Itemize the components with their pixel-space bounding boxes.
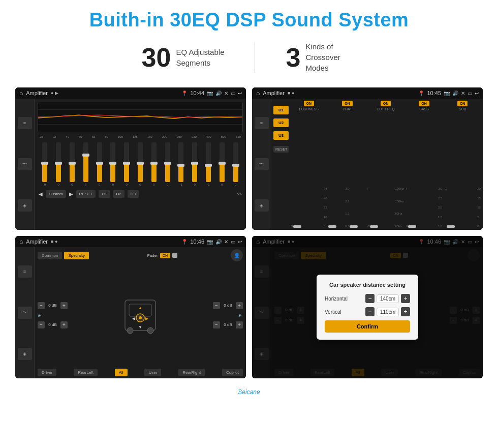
- stat-eq-desc: EQ AdjustableSegments: [176, 47, 224, 68]
- eq-labels: 25 32 40 50 63 80 100 125 160 200 250 32…: [38, 135, 243, 138]
- record-dot-2: ■ ●: [288, 91, 294, 96]
- distance-dialog: Car speaker distance setting Horizontal …: [317, 275, 418, 340]
- ch-phat-label: PHAT: [343, 107, 352, 111]
- stat-crossover-desc: Kinds ofCrossover Modes: [305, 41, 356, 73]
- speaker-left-col: − 0 dB + 🔈 − 0 dB +: [38, 302, 68, 328]
- status-icons-1: 📍 10:44 📷 🔊 ✕ ▭ ↩: [181, 90, 242, 96]
- eq-slider-10[interactable]: -1: [175, 142, 188, 186]
- db-minus-fl[interactable]: −: [38, 302, 45, 309]
- eq-slider-6[interactable]: 0: [120, 142, 133, 186]
- tab-common-3[interactable]: Common: [38, 252, 62, 259]
- eq-u3-btn[interactable]: U3: [128, 190, 139, 198]
- eq-reset-btn[interactable]: RESET: [76, 190, 96, 198]
- vertical-minus-btn[interactable]: −: [365, 307, 375, 316]
- pos-rearLeft-btn[interactable]: RearLeft: [74, 369, 98, 376]
- eq-slider-2[interactable]: 0: [66, 142, 79, 186]
- sidebar-btn-wave-2[interactable]: 〜: [255, 158, 269, 170]
- eq-prev-btn[interactable]: ◀: [39, 191, 43, 197]
- sidebar-btn-wave[interactable]: 〜: [18, 158, 32, 170]
- horizontal-minus-btn[interactable]: −: [365, 294, 375, 303]
- pos-user-btn[interactable]: User: [144, 369, 161, 376]
- status-bar-2: ⌂ Amplifier ■ ● 📍 10:45 📷 🔊 ✕ ▭ ↩: [252, 87, 483, 99]
- ch-bass-on[interactable]: ON: [419, 101, 429, 106]
- sidebar-btn-eq-3[interactable]: ≡: [18, 265, 32, 278]
- sidebar-1: ≡ 〜 ◈: [15, 99, 35, 230]
- pos-copilot-btn[interactable]: Copilot: [222, 369, 243, 376]
- sidebar-btn-speaker-3[interactable]: ◈: [18, 348, 32, 360]
- horizontal-plus-btn[interactable]: +: [401, 294, 410, 303]
- eq-custom-btn[interactable]: Custom: [46, 190, 66, 198]
- eq-slider-14[interactable]: 0: [229, 142, 242, 186]
- tab-specialty-3[interactable]: Specialty: [64, 252, 88, 259]
- svg-point-6: [127, 327, 133, 334]
- eq-u1-btn[interactable]: U1: [99, 190, 110, 198]
- db-minus-rl[interactable]: −: [38, 321, 45, 328]
- db-plus-fr[interactable]: +: [236, 302, 243, 309]
- pos-rearRight-btn[interactable]: RearRight: [178, 369, 205, 376]
- confirm-button[interactable]: Confirm: [325, 320, 410, 333]
- ch-sub-on[interactable]: ON: [457, 101, 468, 106]
- volume-icon-2: 🔊: [452, 91, 458, 96]
- db-minus-rr[interactable]: −: [213, 321, 220, 328]
- vertical-label: Vertical: [325, 309, 353, 315]
- db-control-fr: − 0 dB +: [213, 302, 243, 309]
- brand-mark: Seicane: [0, 389, 498, 401]
- sidebar-btn-eq[interactable]: ≡: [18, 117, 32, 129]
- eq-slider-9[interactable]: 0: [161, 142, 174, 186]
- vertical-control: − 110cm +: [365, 307, 410, 316]
- db-plus-fl[interactable]: +: [60, 302, 68, 309]
- ch-phat-on[interactable]: ON: [342, 101, 353, 106]
- svg-text:◀: ◀: [132, 316, 136, 321]
- stat-crossover-number: 3: [286, 42, 300, 73]
- x-icon-2: ✕: [461, 91, 465, 96]
- sidebar-btn-eq-2[interactable]: ≡: [255, 117, 269, 129]
- sidebar-btn-speaker[interactable]: ◈: [18, 199, 32, 212]
- home-icon-1: ⌂: [19, 89, 23, 97]
- u3-btn[interactable]: U3: [273, 131, 289, 140]
- fader-thumb[interactable]: [172, 253, 177, 258]
- eq-slider-11[interactable]: 0: [189, 142, 201, 186]
- app-name-3: Amplifier: [26, 238, 48, 245]
- eq-slider-3[interactable]: 5: [79, 142, 92, 186]
- crossover-reset-btn[interactable]: RESET: [273, 146, 289, 153]
- eq-slider-4[interactable]: 0: [93, 142, 106, 186]
- pos-driver-btn[interactable]: Driver: [38, 369, 56, 376]
- u2-btn[interactable]: U2: [273, 118, 289, 127]
- ch-loudness-on[interactable]: ON: [304, 101, 315, 106]
- speaker-icon-fl: 🔈: [38, 313, 42, 317]
- eq-slider-1[interactable]: 0: [52, 142, 65, 186]
- pos-all-btn[interactable]: All: [115, 369, 128, 376]
- rect-icon-2: ▭: [468, 91, 472, 96]
- u1-btn[interactable]: U1: [273, 106, 289, 114]
- db-plus-rl[interactable]: +: [60, 321, 68, 328]
- eq-slider-8[interactable]: 0: [147, 142, 160, 186]
- eq-slider-7[interactable]: 0: [134, 142, 147, 186]
- fader-label: Fader: [147, 253, 158, 258]
- fader-on-btn[interactable]: ON: [160, 253, 171, 258]
- ch-loudness-label: LOUDNESS: [299, 107, 319, 111]
- svg-text:▶: ▶: [145, 316, 149, 321]
- svg-text:▼: ▼: [138, 325, 142, 330]
- eq-slider-12[interactable]: -1: [202, 142, 215, 186]
- ch-cutfreq-on[interactable]: ON: [381, 101, 391, 106]
- sidebar-btn-speaker-2[interactable]: ◈: [255, 199, 269, 212]
- sidebar-btn-wave-3[interactable]: 〜: [18, 307, 32, 319]
- sidebar-3: ≡ 〜 ◈: [15, 247, 35, 378]
- db-plus-rr[interactable]: +: [236, 321, 243, 328]
- ch-sub: ON SUB G 20151050: [444, 101, 481, 228]
- eq-next-btn[interactable]: ▶: [69, 191, 73, 197]
- db-control-rr: − 0 dB +: [213, 321, 243, 328]
- vertical-plus-btn[interactable]: +: [401, 307, 410, 316]
- eq-expand-btn[interactable]: >>: [236, 192, 242, 197]
- eq-main: 25 32 40 50 63 80 100 125 160 200 250 32…: [35, 99, 246, 230]
- screen-distance: ⌂ Amplifier ■ ● 📍 10:46 📷 🔊 ✕ ▭ ↩ ≡ 〜 ◈: [252, 236, 483, 378]
- eq-slider-5[interactable]: 0: [107, 142, 119, 186]
- speaker-main: Common Specialty Fader ON 👤: [35, 247, 246, 378]
- db-minus-fr[interactable]: −: [213, 302, 220, 309]
- vertical-value: 110cm: [377, 308, 399, 316]
- car-graphic: ▲ ▼ ◀ ▶: [120, 290, 161, 341]
- eq-slider-13[interactable]: 0: [215, 142, 228, 186]
- eq-u2-btn[interactable]: U2: [113, 190, 124, 198]
- eq-slider-0[interactable]: 0: [39, 142, 51, 186]
- x-icon-1: ✕: [224, 91, 228, 96]
